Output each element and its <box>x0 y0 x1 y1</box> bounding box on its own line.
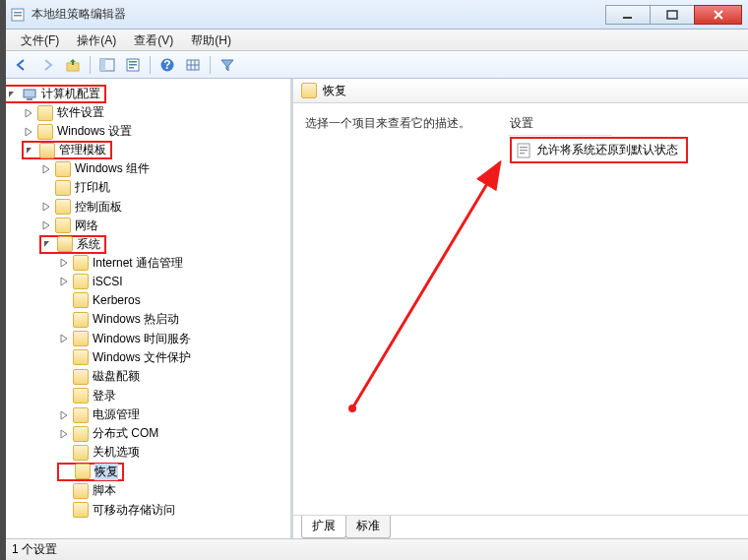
status-text: 1 个设置 <box>12 541 57 558</box>
tree-node-windows-hotstart[interactable]: Windows 热启动 <box>57 310 290 330</box>
folder-icon <box>73 445 89 461</box>
tree-node-kerberos[interactable]: Kerberos <box>57 291 290 311</box>
tree-node-shutdown-options[interactable]: 关机选项 <box>57 443 290 463</box>
tree-node-internet-comm[interactable]: Internet 通信管理 <box>57 254 290 273</box>
tree-node-scripts[interactable]: 脚本 <box>57 481 290 501</box>
toolbar: ? <box>0 51 748 79</box>
expand-icon[interactable] <box>57 256 71 270</box>
svg-text:?: ? <box>163 58 170 72</box>
tree-node-windows-time[interactable]: Windows 时间服务 <box>57 330 290 348</box>
expand-icon[interactable] <box>57 275 71 288</box>
collapse-icon[interactable] <box>41 237 55 251</box>
maximize-button[interactable] <box>650 5 695 25</box>
folder-icon <box>73 349 89 365</box>
minimize-button[interactable] <box>605 5 651 25</box>
filter-button[interactable] <box>216 54 239 76</box>
tree-node-printers[interactable]: 打印机 <box>39 178 290 198</box>
folder-icon <box>73 331 89 346</box>
tree-node-admin-templates[interactable]: 管理模板 Windows 组件 打印机 控制面板 网络 系统 Internet … <box>22 141 290 520</box>
annotation-arrow-icon <box>343 153 539 448</box>
svg-rect-3 <box>623 17 632 19</box>
tab-extended[interactable]: 扩展 <box>301 516 346 538</box>
menubar: 文件(F) 操作(A) 查看(V) 帮助(H) <box>0 30 748 51</box>
collapse-icon[interactable] <box>6 88 20 101</box>
close-button[interactable] <box>694 5 742 25</box>
toolbar-separator <box>150 56 151 74</box>
tree-node-recovery[interactable]: 恢复 <box>57 463 290 482</box>
toolbar-separator <box>210 56 211 74</box>
svg-rect-21 <box>520 147 528 148</box>
folder-icon <box>37 105 53 121</box>
computer-icon <box>22 87 37 102</box>
tree-node-removable-storage[interactable]: 可移动存储访问 <box>57 501 290 521</box>
settings-column-header[interactable]: 设置 <box>510 115 533 134</box>
svg-rect-11 <box>129 67 134 69</box>
app-icon <box>10 7 26 23</box>
svg-rect-7 <box>100 59 105 71</box>
policy-setting-item[interactable]: 允许将系统还原到默认状态 <box>510 137 688 163</box>
folder-icon <box>75 464 91 479</box>
window-left-edge <box>0 0 6 560</box>
collapse-icon[interactable] <box>24 144 37 157</box>
folder-icon <box>55 199 71 215</box>
tree-node-disk-quota[interactable]: 磁盘配额 <box>57 367 290 387</box>
menu-file[interactable]: 文件(F) <box>12 30 68 50</box>
expand-icon[interactable] <box>39 162 53 176</box>
menu-action[interactable]: 操作(A) <box>68 30 125 50</box>
tree-node-windows-components[interactable]: Windows 组件 <box>39 159 290 178</box>
folder-icon <box>73 426 89 442</box>
right-header-title: 恢复 <box>323 83 346 99</box>
help-button[interactable]: ? <box>156 54 179 76</box>
expand-icon[interactable] <box>57 427 71 441</box>
expand-icon[interactable] <box>57 332 71 345</box>
right-pane: 恢复 选择一个项目来查看它的描述。 设置 允许将系统还原到默认状态 <box>293 79 748 538</box>
right-tabs: 扩展 标准 <box>293 515 748 538</box>
menu-help[interactable]: 帮助(H) <box>182 30 240 50</box>
tree-node-windows-settings[interactable]: Windows 设置 <box>22 122 290 141</box>
show-hide-tree-button[interactable] <box>95 54 119 76</box>
tree-node-software-settings[interactable]: 软件设置 <box>22 103 290 122</box>
policy-setting-label: 允许将系统还原到默认状态 <box>536 142 678 158</box>
svg-rect-22 <box>520 150 528 151</box>
export-list-button[interactable] <box>181 54 205 76</box>
tree-node-dcom[interactable]: 分布式 COM <box>57 424 290 443</box>
folder-icon <box>73 292 89 308</box>
folder-icon <box>55 218 71 233</box>
svg-rect-18 <box>24 90 35 97</box>
tree-node-system[interactable]: 系统 Internet 通信管理 iSCSI Kerberos Windows … <box>39 235 290 521</box>
folder-icon <box>73 255 89 271</box>
expand-icon[interactable] <box>39 200 53 214</box>
forward-button[interactable] <box>35 54 59 76</box>
tree-node-iscsi[interactable]: iSCSI <box>57 273 290 291</box>
right-content: 选择一个项目来查看它的描述。 设置 允许将系统还原到默认状态 <box>293 103 748 515</box>
menu-view[interactable]: 查看(V) <box>125 30 182 50</box>
back-button[interactable] <box>10 54 33 76</box>
tree-node-power-management[interactable]: 电源管理 <box>57 405 290 424</box>
titlebar: 本地组策略编辑器 <box>0 0 748 30</box>
right-header: 恢复 <box>293 79 748 103</box>
tree-root-computer-config[interactable]: 计算机配置 软件设置 Windows 设置 管理模板 Windows 组件 打印… <box>4 85 290 520</box>
tree-pane[interactable]: 计算机配置 软件设置 Windows 设置 管理模板 Windows 组件 打印… <box>0 79 293 538</box>
expand-icon[interactable] <box>57 408 71 422</box>
folder-icon <box>73 312 89 328</box>
tree-node-login[interactable]: 登录 <box>57 387 290 406</box>
svg-rect-9 <box>129 61 137 63</box>
svg-rect-2 <box>14 15 22 17</box>
folder-icon <box>73 407 89 423</box>
window-title: 本地组策略编辑器 <box>31 6 606 23</box>
up-button[interactable] <box>61 54 85 76</box>
expand-icon[interactable] <box>22 125 35 139</box>
policy-icon <box>516 143 531 158</box>
properties-button[interactable] <box>121 54 145 76</box>
svg-rect-23 <box>520 153 525 154</box>
tree-node-network[interactable]: 网络 <box>39 217 290 235</box>
tree-node-windows-file-protection[interactable]: Windows 文件保护 <box>57 348 290 368</box>
folder-icon <box>55 180 71 196</box>
expand-icon[interactable] <box>22 106 35 120</box>
folder-icon <box>73 502 89 518</box>
folder-icon <box>73 483 89 499</box>
expand-icon[interactable] <box>39 218 53 232</box>
tab-standard[interactable]: 标准 <box>345 516 391 538</box>
svg-rect-1 <box>14 12 22 14</box>
tree-node-control-panel[interactable]: 控制面板 <box>39 198 290 217</box>
